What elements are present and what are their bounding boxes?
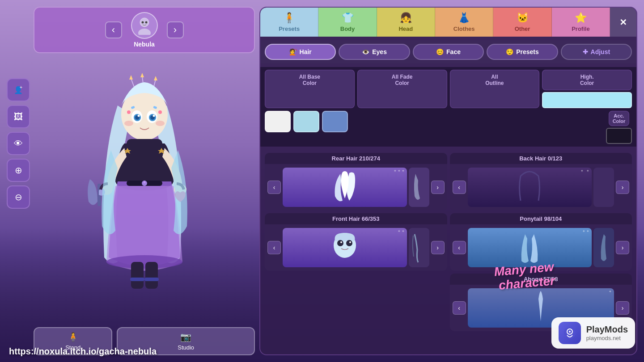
back-hair-prev-button[interactable]: ‹: [453, 181, 466, 194]
front-hair-side-thumb: [409, 228, 429, 267]
svg-rect-34: [145, 262, 158, 289]
close-panel-button[interactable]: ✕: [610, 8, 636, 37]
sub-tab-presets[interactable]: 😌 Presets: [487, 44, 558, 60]
acc-color-group: Acc.Color: [606, 111, 632, 144]
eyes-subtab-icon: 👁️: [362, 48, 369, 55]
tab-body[interactable]: 👕 Body: [318, 8, 377, 37]
svg-point-18: [153, 115, 155, 117]
tab-profile[interactable]: ⭐ Profile: [552, 8, 610, 37]
svg-point-3: [145, 21, 147, 24]
svg-marker-5: [129, 75, 133, 80]
character-name: Nebula: [134, 41, 155, 48]
sparkle-decoration: ✦✦✦: [394, 169, 406, 173]
sub-tab-eyes[interactable]: 👁️ Eyes: [339, 44, 410, 60]
sub-tab-face[interactable]: 😊 Face: [413, 44, 484, 60]
rear-hair-carousel: ‹ ✦✦✦: [265, 164, 447, 210]
rear-hair-thumbnail[interactable]: ✦✦✦: [283, 168, 407, 207]
sparkle-decoration-3: ✦ ✦: [580, 169, 590, 173]
back-hair-side-thumb: [593, 168, 614, 207]
all-base-color-button[interactable]: All BaseColor: [265, 70, 355, 108]
acc-color-button[interactable]: Acc.Color: [609, 111, 630, 126]
main-tab-bar: 🧍 Presets 👕 Body 👧 Head 👗 Clothes 🐱 Othe…: [260, 8, 636, 37]
head-tab-icon: 👧: [400, 12, 412, 24]
character-avatar: Nebula: [131, 12, 158, 48]
svg-point-21: [127, 110, 131, 114]
back-hair-next-button[interactable]: ›: [616, 181, 629, 194]
zoom-out-button[interactable]: ⊖: [7, 185, 30, 209]
svg-marker-7: [140, 73, 144, 77]
all-fade-color-button[interactable]: All FadeColor: [357, 70, 447, 108]
back-hair-thumbnail[interactable]: ✦ ✦: [468, 168, 592, 207]
sub-tab-adjust[interactable]: ✚ Adjust: [561, 44, 632, 60]
svg-point-20: [156, 121, 165, 126]
front-hair-side-svg: [411, 232, 427, 263]
presets-subtab-icon: 😌: [506, 48, 513, 55]
acc-color-swatch[interactable]: [606, 128, 632, 144]
playmods-icon: [559, 322, 581, 344]
add-character-button[interactable]: 👤+: [7, 78, 30, 101]
svg-point-2: [141, 21, 144, 24]
front-hair-thumbnail[interactable]: ✦✦: [283, 228, 407, 267]
rear-hair-title: Rear Hair 210/274: [265, 153, 447, 164]
front-hair-prev-button[interactable]: ‹: [267, 241, 281, 254]
front-hair-title: Front Hair 66/353: [265, 213, 447, 224]
tab-clothes[interactable]: 👗 Clothes: [435, 8, 493, 37]
svg-rect-36: [144, 278, 159, 281]
sparkle-decoration-5: ✦: [609, 290, 613, 294]
next-character-button[interactable]: ›: [167, 21, 184, 38]
svg-rect-33: [131, 262, 144, 289]
mid-blue-swatch[interactable]: [322, 111, 348, 132]
rear-hair-svg: [327, 169, 363, 205]
character-selector: ‹ Nebula ›: [34, 7, 255, 53]
light-blue-swatch[interactable]: [293, 111, 319, 132]
svg-point-1: [138, 29, 151, 35]
svg-point-17: [137, 115, 140, 117]
color-buttons-row: All BaseColor All FadeColor AllOutline H…: [265, 70, 632, 108]
playmods-badge: PlayMods playmods.net: [551, 317, 635, 349]
high-color-button[interactable]: High.Color: [542, 70, 632, 90]
sub-tab-hair[interactable]: 💇 Hair: [265, 44, 336, 60]
ponytail-prev-button[interactable]: ‹: [453, 241, 466, 254]
color-swatches-row: Acc.Color: [265, 111, 632, 144]
svg-point-42: [340, 241, 342, 243]
other-tab-icon: 🐱: [517, 12, 529, 24]
back-hair-section: Back Hair 0/123 ‹ ✦ ✦ ›: [450, 153, 632, 210]
high-color-swatch[interactable]: [542, 92, 632, 108]
white-swatch[interactable]: [265, 111, 291, 132]
front-hair-carousel: ‹ ✦✦: [265, 224, 447, 271]
zoom-in-button[interactable]: ⊕: [7, 159, 30, 182]
app-url: https://noxula.itch.io/gacha-nebula: [9, 346, 157, 357]
tab-presets[interactable]: 🧍 Presets: [260, 8, 318, 37]
eye-toggle-button[interactable]: 👁: [7, 132, 30, 155]
clothes-tab-icon: 👗: [458, 12, 470, 24]
rear-hair-section: Rear Hair 210/274 ‹ ✦✦✦: [265, 153, 447, 210]
color-controls-area: All BaseColor All FadeColor AllOutline H…: [260, 67, 636, 147]
ponytail-side-thumb: [593, 228, 614, 267]
rear-hair-next-button[interactable]: ›: [431, 181, 445, 194]
svg-point-40: [337, 240, 343, 246]
all-outline-button[interactable]: AllOutline: [450, 70, 540, 108]
avatar-icon: [131, 12, 158, 39]
rear-hair-side-thumb: [409, 168, 429, 207]
customization-panel: 🧍 Presets 👕 Body 👧 Head 👗 Clothes 🐱 Othe…: [259, 7, 637, 355]
hair-left-column: Rear Hair 210/274 ‹ ✦✦✦: [265, 153, 447, 350]
image-tool-button[interactable]: 🖼: [7, 105, 30, 128]
character-sprite: [73, 70, 216, 293]
back-hair-carousel: ‹ ✦ ✦ ›: [450, 164, 632, 210]
hair-subtab-icon: 💇: [289, 48, 297, 55]
front-hair-next-button[interactable]: ›: [431, 241, 445, 254]
svg-point-19: [124, 121, 133, 126]
presets-tab-icon: 🧍: [283, 12, 295, 24]
ahoge-next-button[interactable]: ›: [616, 301, 629, 315]
ponytail-thumbnail[interactable]: ✦✦: [468, 228, 592, 267]
ponytail-next-button[interactable]: ›: [616, 241, 629, 254]
tab-other[interactable]: 🐱 Other: [493, 8, 551, 37]
rear-hair-prev-button[interactable]: ‹: [267, 181, 281, 194]
svg-point-46: [569, 331, 571, 333]
ahoge-prev-button[interactable]: ‹: [453, 301, 466, 315]
profile-tab-icon: ⭐: [575, 12, 587, 24]
back-hair-svg: [512, 169, 547, 205]
prev-character-button[interactable]: ‹: [105, 21, 122, 38]
sub-tab-bar: 💇 Hair 👁️ Eyes 😊 Face 😌 Presets ✚ Adjust: [260, 40, 636, 63]
tab-head[interactable]: 👧 Head: [377, 8, 435, 37]
